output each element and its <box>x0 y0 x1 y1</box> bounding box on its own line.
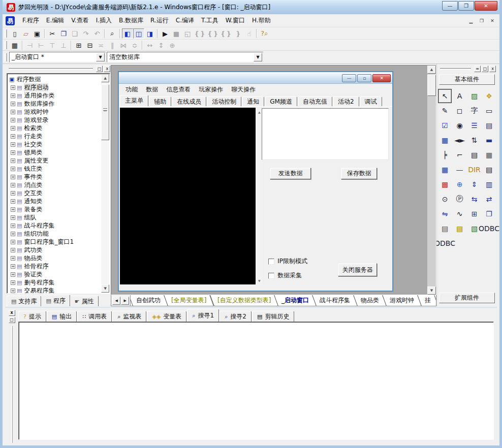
tree-item[interactable]: + ▤ 消点类 <box>9 181 101 189</box>
menu-item[interactable]: V.查看 <box>68 15 92 26</box>
tree-item[interactable]: + ▤ 钱庄类 <box>9 165 101 173</box>
designer-tab[interactable]: 在线成员 <box>172 97 206 106</box>
window-selector-combo[interactable]: _启动窗口 * ▼ <box>9 52 106 62</box>
printer-component[interactable]: Ⓟ <box>453 192 466 206</box>
tree-item[interactable]: + ▤ 游戏登录 <box>9 116 101 124</box>
step-into-button[interactable]: ❴❵ <box>193 28 206 39</box>
label-component[interactable]: A <box>453 89 466 103</box>
mdi-tab[interactable]: 自创武功 <box>131 295 168 306</box>
tree-item[interactable]: + ▤ 通用操作类 <box>9 91 101 100</box>
data-collect-checkbox[interactable]: 数据采集 <box>268 271 302 280</box>
tree-item[interactable]: + ▤ 装备类 <box>9 205 101 213</box>
month-calendar[interactable]: ▦ <box>438 163 452 177</box>
tree-item[interactable]: + ▤ 镖局类 <box>9 148 101 156</box>
tree-item[interactable]: + ▤ 删号程序集 <box>9 278 101 286</box>
panel-menu-button[interactable]: ≡ <box>474 66 481 72</box>
data-interface[interactable]: ∿ <box>453 207 466 221</box>
panel-component[interactable]: ▭ <box>482 104 496 118</box>
tree-item[interactable]: + ▤ 验证类 <box>9 270 101 278</box>
stop-button[interactable]: ■ <box>171 28 182 39</box>
toolbar-component[interactable]: ▥ <box>482 177 496 191</box>
expand-plus-icon[interactable]: + <box>11 110 15 114</box>
space-evenly-h-button[interactable]: ≍ <box>96 40 107 50</box>
align-right-button[interactable]: ⊢ <box>36 40 47 50</box>
equal-gap-h-button[interactable]: ⋈ <box>118 40 129 50</box>
panel-restore-button[interactable]: □ <box>96 66 103 72</box>
chevron-down-icon[interactable]: ▼ <box>96 53 105 61</box>
help-find-button[interactable]: ?⌕ <box>259 28 270 39</box>
designer-tab[interactable]: GM频道 <box>265 97 297 106</box>
menu-item[interactable]: T.工具 <box>198 15 222 26</box>
radio-button-component[interactable]: ◉ <box>453 118 466 133</box>
animation-frame[interactable]: ▤ <box>467 148 481 162</box>
space-evenly-v-button[interactable]: ∥ <box>107 40 118 50</box>
designer-tab[interactable]: 调试 <box>360 97 382 106</box>
designer-tab[interactable]: 活动2 <box>333 97 359 106</box>
tree-item[interactable]: + ▤ 社交类 <box>9 140 101 148</box>
tree-scrollbar[interactable]: ▲ ▼ <box>101 74 109 293</box>
db-edit-component[interactable]: ▤ <box>438 221 452 236</box>
expand-plus-icon[interactable]: + <box>11 93 15 98</box>
tab-watch-table[interactable]: ⌕ 监视表 <box>112 311 146 322</box>
new-file-button[interactable]: ▯ <box>9 28 20 39</box>
mdi-close-button[interactable]: ✕ <box>487 17 497 25</box>
date-picker[interactable]: ▦ <box>482 148 496 162</box>
tree-item[interactable]: + ▤ 武功类 <box>9 246 101 254</box>
menu-item[interactable]: R.运行 <box>147 15 172 26</box>
mdi-tab[interactable]: _启动窗口 <box>274 295 317 306</box>
expand-plus-icon[interactable]: + <box>11 264 15 269</box>
data-edit-box[interactable] <box>262 108 389 160</box>
dock-grip[interactable] <box>9 68 93 70</box>
expand-plus-icon[interactable]: + <box>11 289 15 293</box>
center-horizontal-button[interactable]: ⊞ <box>73 40 84 50</box>
undo-button[interactable]: ↶ <box>91 28 103 39</box>
checkbox-icon[interactable] <box>268 259 274 265</box>
db-table-component[interactable]: ▤ <box>453 221 466 236</box>
run-button[interactable]: ▶ <box>160 28 171 39</box>
center-vertical-button[interactable]: ⊟ <box>84 40 96 50</box>
save-file-button[interactable]: ▣ <box>32 28 43 39</box>
equal-gap-v-button[interactable]: ≎ <box>129 40 140 50</box>
picture-box[interactable]: ▨ <box>467 89 481 103</box>
dock-grip[interactable] <box>440 68 471 70</box>
tab-support-library[interactable]: ▤ 支持库 <box>7 296 41 306</box>
scroll-down-icon[interactable]: ▼ <box>256 277 262 283</box>
tab-search2[interactable]: ⌕ 搜寻2 <box>219 311 252 322</box>
designer-tab[interactable]: 自动充值 <box>298 97 332 106</box>
method-selector-combo[interactable]: 清空数据库 ▼ <box>107 52 263 62</box>
menu-item[interactable]: E.编辑 <box>43 15 68 26</box>
align-bottom-button[interactable]: ⊥ <box>58 40 69 50</box>
window-shuttle[interactable]: ❐ <box>482 207 496 221</box>
mdi-tab[interactable]: 游戏时钟 <box>382 295 422 306</box>
expand-plus-icon[interactable]: + <box>11 207 15 212</box>
align-left-button[interactable]: ⊣ <box>24 40 36 50</box>
expand-plus-icon[interactable]: + <box>11 240 15 244</box>
designer-menu-item[interactable]: 聊天操作 <box>228 84 259 95</box>
tab-next-button[interactable]: ▶ <box>121 297 129 305</box>
tree-item[interactable]: + ▤ 交易程序集 <box>9 286 101 294</box>
mdi-tab[interactable]: 战斗程序集 <box>312 295 358 306</box>
dropdown-list[interactable]: ▤ <box>482 118 496 133</box>
run-to-cursor-button[interactable]: ❵ <box>232 28 243 39</box>
rich-edit[interactable]: ✎ <box>438 104 452 118</box>
expand-plus-icon[interactable]: + <box>11 248 15 252</box>
close-button[interactable]: ✕ <box>475 1 497 11</box>
mdi-tab[interactable]: [全局变量表] <box>164 295 214 306</box>
panel-restore-button[interactable]: □ <box>482 66 488 72</box>
tree-item[interactable]: + ▤ 拾骨程序 <box>9 262 101 270</box>
mdi-tab[interactable]: 挂 <box>417 295 436 306</box>
document-component[interactable]: ▤ <box>482 163 496 177</box>
expand-plus-icon[interactable]: + <box>11 272 15 277</box>
save-data-button[interactable]: 保存数据 <box>341 168 377 179</box>
log-listbox[interactable] <box>120 108 256 284</box>
designer-minimize-button[interactable]: — <box>342 74 356 82</box>
expand-plus-icon[interactable]: + <box>11 158 15 163</box>
remote-client[interactable]: ⇋ <box>438 207 452 221</box>
mdi-scrollbar[interactable]: ▲ ▼ <box>427 66 436 295</box>
menu-item[interactable]: F.程序 <box>19 15 43 26</box>
output-restore-button[interactable]: □ <box>9 317 15 323</box>
timer-component[interactable]: ⊙ <box>438 192 452 206</box>
tree-item[interactable]: + ▤ 交互类 <box>9 189 101 197</box>
close-server-button[interactable]: 关闭服务器 <box>338 263 377 276</box>
mdi-minimize-button[interactable]: ▁ <box>466 17 476 25</box>
